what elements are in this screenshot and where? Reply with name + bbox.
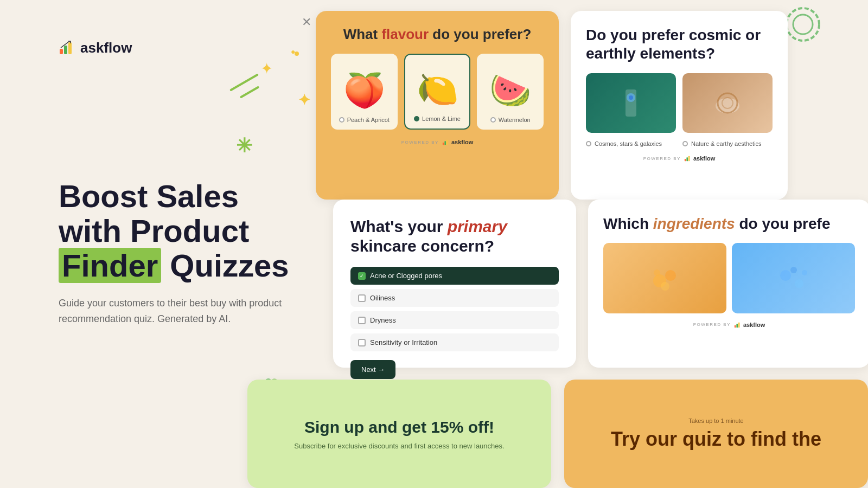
cosmic-option-stars[interactable]: Cosmos, stars & galaxies — [586, 140, 676, 147]
checkbox-dryness — [358, 317, 366, 324]
ingredient-salicylic-box: Salicylic Acid — [732, 243, 855, 313]
svg-rect-15 — [686, 157, 688, 161]
radio-nature — [682, 141, 688, 146]
svg-point-24 — [780, 270, 791, 281]
svg-point-27 — [802, 270, 807, 275]
svg-rect-5 — [443, 143, 444, 145]
svg-rect-14 — [685, 159, 686, 161]
skincare-option-oiliness[interactable]: Oiliness — [350, 289, 559, 307]
flavour-quiz-title: What flavour do you prefer? — [331, 26, 544, 43]
svg-point-23 — [654, 269, 660, 276]
cosmic-images — [586, 73, 773, 133]
signup-subtitle: Subscribe for exclusive discounts and fi… — [294, 442, 504, 450]
star-deco: ✦ — [260, 60, 273, 78]
logo-icon — [59, 39, 76, 56]
cosmic-title: Do you prefer cosmic or earthly elements… — [586, 26, 773, 62]
radio-peach — [339, 117, 344, 123]
next-button[interactable]: Next → — [350, 360, 395, 379]
svg-point-25 — [795, 279, 803, 288]
skincare-option-dryness[interactable]: Dryness — [350, 311, 559, 329]
svg-rect-6 — [444, 141, 446, 145]
x-deco: ✕ — [302, 15, 311, 29]
radio-lemon — [414, 116, 419, 121]
flavour-option-watermelon[interactable]: 🍉 Watermelon — [477, 54, 544, 130]
cosmic-option-nature[interactable]: Nature & earthy aesthetics — [682, 140, 773, 147]
cosmic-image-stars — [586, 73, 676, 133]
hero-highlight: Finder — [59, 248, 161, 283]
plus-deco: ✦ — [298, 91, 310, 109]
svg-rect-30 — [738, 322, 740, 328]
hero-title: Boost Sales with Product Finder Quizzes — [59, 179, 319, 282]
circle-deco — [295, 52, 299, 56]
radio-stars — [586, 141, 591, 146]
dash2-deco — [240, 86, 260, 98]
skincare-options: ✓ Acne or Clogged pores Oiliness Dryness… — [350, 267, 559, 351]
signup-title: Sign up and get 15% off! — [304, 418, 494, 436]
svg-rect-7 — [446, 140, 448, 145]
svg-point-4 — [793, 15, 813, 34]
watermelon-icon: 🍉 — [489, 69, 532, 112]
svg-rect-29 — [736, 324, 738, 328]
lemon-icon: 🍋 — [416, 68, 459, 111]
powered-by-flavour: POWERED BY askflow — [331, 138, 544, 146]
flavour-options: 🍑 Peach & Apricot 🍋 Lemon & Lime 🍉 Water… — [331, 54, 544, 130]
svg-rect-2 — [68, 42, 72, 54]
logo: askflow — [59, 39, 132, 56]
ingredient-images: Vitamin C Salicylic Acid — [603, 243, 855, 313]
svg-point-3 — [787, 8, 819, 41]
logo-text: askflow — [80, 40, 132, 56]
svg-rect-1 — [64, 46, 67, 54]
skincare-option-sensitivity[interactable]: Sensitivity or Irritation — [350, 333, 559, 351]
svg-point-10 — [629, 95, 633, 100]
radio-watermelon — [490, 117, 496, 123]
powered-by-ingredients: POWERED BY askflow — [603, 321, 855, 329]
skincare-card: What's your primary skincare concern? ✓ … — [333, 200, 576, 368]
flavour-quiz-card: What flavour do you prefer? 🍑 Peach & Ap… — [316, 11, 559, 200]
svg-rect-16 — [688, 156, 690, 162]
checkbox-oiliness — [358, 294, 366, 302]
cosmic-labels: Cosmos, stars & galaxies Nature & earthy… — [586, 140, 773, 147]
svg-point-11 — [716, 98, 739, 113]
quiz-small-text: Takes up to 1 minute — [688, 418, 744, 424]
cosmic-image-nature — [682, 73, 773, 133]
ingredients-card: Which ingredients do you prefe Vitamin C — [588, 200, 868, 368]
svg-rect-0 — [60, 49, 63, 54]
signup-card: Sign up and get 15% off! Subscribe for e… — [247, 380, 551, 488]
skincare-title: What's your primary skincare concern? — [350, 217, 559, 256]
quiz-title: Try our quiz to find the — [611, 428, 821, 450]
hero-subtitle: Guide your customers to their best buy w… — [59, 296, 319, 327]
ingredients-title: Which ingredients do you prefe — [603, 215, 855, 233]
skincare-option-acne[interactable]: ✓ Acne or Clogged pores — [350, 267, 559, 285]
quiz-card[interactable]: Takes up to 1 minute Try our quiz to fin… — [564, 380, 868, 488]
cosmic-card: Do you prefer cosmic or earthly elements… — [571, 11, 788, 200]
svg-rect-28 — [735, 325, 736, 327]
checkbox-sensitivity — [358, 339, 366, 346]
checkbox-acne: ✓ — [358, 272, 366, 280]
flavour-option-lemon[interactable]: 🍋 Lemon & Lime — [404, 54, 471, 130]
svg-point-22 — [661, 282, 669, 291]
asterisk-deco: ✳ — [236, 134, 252, 157]
svg-point-21 — [665, 270, 676, 281]
peach-icon: 🍑 — [342, 69, 386, 112]
spiral-deco — [781, 3, 825, 55]
powered-by-cosmic: POWERED BY askflow — [586, 155, 773, 162]
flavour-option-peach[interactable]: 🍑 Peach & Apricot — [331, 54, 398, 130]
svg-point-26 — [790, 267, 797, 273]
hero-section: Boost Sales with Product Finder Quizzes … — [59, 179, 319, 327]
ingredient-vitaminc-box: Vitamin C — [603, 243, 726, 313]
